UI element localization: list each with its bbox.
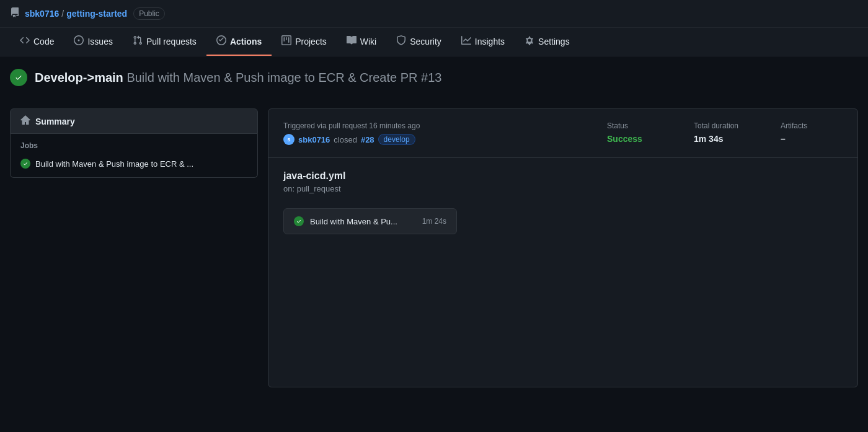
branch-badge: develop <box>378 134 415 145</box>
status-value: Success <box>607 134 669 144</box>
workflow-file-name: java-cicd.yml <box>283 170 843 182</box>
job-card-status-icon <box>294 216 304 226</box>
tab-pull-requests[interactable]: Pull requests <box>123 28 206 56</box>
run-status-icon <box>10 69 27 86</box>
code-icon <box>20 35 30 47</box>
tab-issues-label: Issues <box>87 37 112 46</box>
tab-actions-label: Actions <box>230 37 262 46</box>
tab-projects-label: Projects <box>295 37 327 46</box>
page-title: Develop->main Build with Maven & Push im… <box>35 71 441 85</box>
job-card-label: Build with Maven & Pu... <box>310 217 416 226</box>
tab-insights-label: Insights <box>475 37 505 46</box>
main-panel: Triggered via pull request 16 minutes ag… <box>268 108 858 387</box>
tab-projects[interactable]: Projects <box>272 28 337 56</box>
trigger-action: closed <box>334 135 357 144</box>
artifacts-label: Artifacts <box>781 121 843 130</box>
sidebar-jobs-heading: Jobs <box>11 141 257 155</box>
trigger-label: Triggered via pull request 16 minutes ag… <box>283 121 582 130</box>
sidebar: Summary Jobs Build with Maven & Push ima… <box>10 108 258 387</box>
pr-icon <box>133 35 143 47</box>
repo-separator: / <box>61 9 64 19</box>
sidebar-summary-label: Summary <box>35 117 75 126</box>
status-label: Status <box>607 121 669 130</box>
sidebar-jobs-section: Jobs Build with Maven & Push image to EC… <box>10 134 258 178</box>
sidebar-summary-header[interactable]: Summary <box>10 108 258 134</box>
security-icon <box>396 35 406 47</box>
tab-code-label: Code <box>33 37 54 46</box>
job-card-duration: 1m 24s <box>422 217 446 226</box>
wiki-icon <box>347 35 356 47</box>
sidebar-job-label: Build with Maven & Push image to ECR & .… <box>35 159 193 169</box>
sidebar-job-item[interactable]: Build with Maven & Push image to ECR & .… <box>11 155 257 172</box>
tab-insights[interactable]: Insights <box>451 28 515 56</box>
tab-wiki[interactable]: Wiki <box>337 28 386 56</box>
tab-settings[interactable]: Settings <box>515 28 580 56</box>
two-col-layout: Summary Jobs Build with Maven & Push ima… <box>10 108 858 387</box>
artifacts-section: Artifacts – <box>781 121 843 144</box>
artifacts-value: – <box>781 134 843 144</box>
main-content: Develop->main Build with Maven & Push im… <box>0 56 868 400</box>
home-icon <box>20 115 30 127</box>
top-bar: sbk0716 / getting-started Public <box>0 0 868 28</box>
duration-label: Total duration <box>694 121 756 130</box>
page-heading: Develop->main Build with Maven & Push im… <box>10 69 858 96</box>
repo-visibility-badge: Public <box>133 7 165 20</box>
tab-issues[interactable]: Issues <box>64 28 122 56</box>
settings-icon <box>525 35 534 47</box>
trigger-pr: #28 <box>361 135 374 144</box>
tab-security-label: Security <box>410 37 441 46</box>
workflow-file-section: java-cicd.yml on: pull_request Build wit… <box>268 158 857 247</box>
avatar: s <box>283 134 294 145</box>
insights-icon <box>461 35 471 47</box>
tab-settings-label: Settings <box>538 37 570 46</box>
status-section: Status Success <box>607 121 669 144</box>
trigger-user: sbk0716 <box>298 135 330 144</box>
tab-wiki-label: Wiki <box>360 37 376 46</box>
duration-value: 1m 34s <box>694 134 756 144</box>
nav-tabs: Code Issues Pull requests Actions Projec… <box>0 28 868 56</box>
tab-security[interactable]: Security <box>386 28 451 56</box>
repo-owner-link[interactable]: sbk0716 <box>25 9 59 19</box>
tab-pr-label: Pull requests <box>146 37 197 46</box>
actions-icon <box>216 35 226 47</box>
tab-code[interactable]: Code <box>10 28 64 56</box>
job-card[interactable]: Build with Maven & Pu... 1m 24s <box>283 208 457 234</box>
issues-icon <box>74 35 84 47</box>
workflow-info-header: Triggered via pull request 16 minutes ag… <box>268 109 857 158</box>
trigger-section: Triggered via pull request 16 minutes ag… <box>283 121 582 145</box>
job-status-icon <box>20 159 30 169</box>
repo-icon <box>10 7 20 20</box>
projects-icon <box>281 35 291 47</box>
tab-actions[interactable]: Actions <box>206 28 272 56</box>
duration-section: Total duration 1m 34s <box>694 121 756 144</box>
trigger-detail: s sbk0716 closed #28 develop <box>283 134 582 145</box>
repo-name-link[interactable]: getting-started <box>66 9 127 19</box>
workflow-file-trigger: on: pull_request <box>283 184 843 193</box>
